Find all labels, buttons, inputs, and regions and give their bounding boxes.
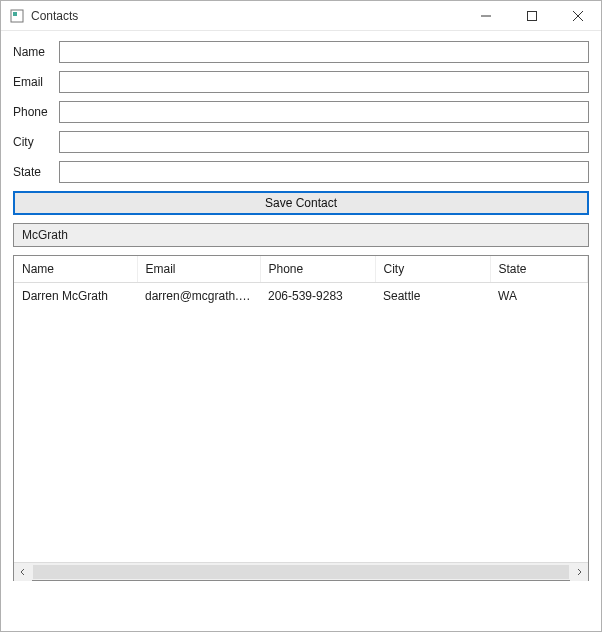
app-icon [9,8,25,24]
name-input[interactable] [59,41,589,63]
cell-email: darren@mcgrath.c... [137,283,260,310]
minimize-button[interactable] [463,1,509,31]
svg-rect-3 [528,11,537,20]
email-input[interactable] [59,71,589,93]
svg-line-4 [573,11,583,21]
scrollbar-track[interactable] [33,565,569,579]
svg-line-5 [573,11,583,21]
cell-phone: 206-539-9283 [260,283,375,310]
table-row[interactable]: Darren McGrath darren@mcgrath.c... 206-5… [14,283,588,310]
svg-rect-1 [13,12,17,16]
maximize-button[interactable] [509,1,555,31]
contacts-table: Name Email Phone City State Darren McGra… [14,256,588,309]
city-label: City [13,135,59,149]
cell-city: Seattle [375,283,490,310]
phone-label: Phone [13,105,59,119]
cell-name: Darren McGrath [14,283,137,310]
column-header-email[interactable]: Email [137,256,260,283]
name-label: Name [13,45,59,59]
cell-state: WA [490,283,588,310]
column-header-state[interactable]: State [490,256,588,283]
content-area: Name Email Phone City State Save Contact… [1,31,601,593]
email-label: Email [13,75,59,89]
scroll-right-icon[interactable] [570,563,588,581]
state-label: State [13,165,59,179]
column-header-phone[interactable]: Phone [260,256,375,283]
state-input[interactable] [59,161,589,183]
search-input[interactable] [13,223,589,247]
close-button[interactable] [555,1,601,31]
phone-input[interactable] [59,101,589,123]
city-input[interactable] [59,131,589,153]
column-header-city[interactable]: City [375,256,490,283]
window-title: Contacts [31,9,78,23]
save-contact-button[interactable]: Save Contact [13,191,589,215]
contacts-table-container: Name Email Phone City State Darren McGra… [13,255,589,581]
titlebar: Contacts [1,1,601,31]
scroll-left-icon[interactable] [14,563,32,581]
column-header-name[interactable]: Name [14,256,137,283]
horizontal-scrollbar[interactable] [14,562,588,580]
